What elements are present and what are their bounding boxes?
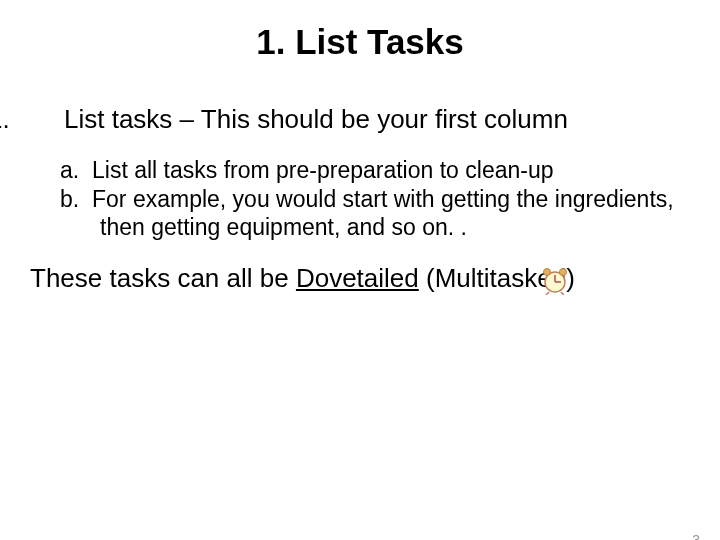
level2-letter: a. xyxy=(60,157,92,185)
closing-underlined: Dovetailed xyxy=(296,263,419,293)
level2-text: List all tasks from pre-preparation to c… xyxy=(92,157,554,183)
closing-text: These tasks can all be Dovetailed (Multi… xyxy=(30,263,680,302)
level2-text: For example, you would start with gettin… xyxy=(92,186,674,240)
slide-title: 1. List Tasks xyxy=(0,22,720,62)
svg-point-3 xyxy=(544,269,551,276)
svg-point-4 xyxy=(560,269,567,276)
page-number: 3 xyxy=(692,532,700,540)
closing-pre: These tasks can all be xyxy=(30,263,296,293)
slide: 1. List Tasks 1.List tasks – This should… xyxy=(0,22,720,540)
svg-line-5 xyxy=(546,292,549,295)
level2-item: a.List all tasks from pre-preparation to… xyxy=(60,157,690,185)
level1-number: 1. xyxy=(30,104,64,135)
level1-text: List tasks – This should be your first c… xyxy=(64,104,568,134)
level1-item: 1.List tasks – This should be your first… xyxy=(30,104,680,135)
level2-letter: b. xyxy=(60,186,92,214)
level2-list: a.List all tasks from pre-preparation to… xyxy=(60,157,690,242)
level2-item: b.For example, you would start with gett… xyxy=(60,186,690,241)
svg-line-6 xyxy=(561,292,564,295)
